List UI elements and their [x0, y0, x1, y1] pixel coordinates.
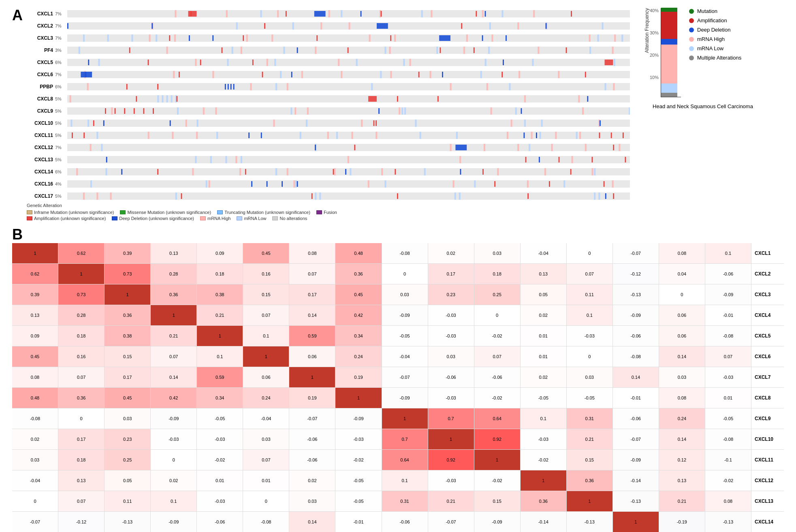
legend-item: Truncating Mutation (unknown significanc… — [217, 210, 310, 215]
legend-dot — [689, 56, 694, 60]
svg-rect-55 — [316, 35, 318, 41]
svg-rect-65 — [389, 47, 391, 54]
svg-rect-47 — [156, 34, 157, 42]
svg-rect-255 — [192, 168, 194, 175]
corr-cell: 1 — [289, 367, 335, 387]
corr-cell: -0.08 — [12, 408, 58, 429]
svg-rect-164 — [177, 107, 179, 115]
svg-rect-162 — [290, 107, 292, 115]
corr-cell: -0.06 — [428, 367, 474, 387]
chart-legend-item: mRNA Low — [689, 45, 741, 51]
chart-legend-item: Mutation — [689, 8, 741, 14]
corr-cell: 0.45 — [12, 346, 58, 367]
corr-cell: -0.05 — [521, 388, 566, 408]
svg-rect-268 — [121, 169, 122, 175]
legend-label: Amplification — [697, 17, 727, 24]
svg-rect-0 — [175, 10, 176, 17]
corr-cell: 0.14 — [659, 346, 705, 367]
chart-legend: MutationAmplificationDeep DeletionmRNA H… — [689, 8, 741, 61]
svg-rect-149 — [176, 96, 177, 102]
corr-cell: 0.1 — [521, 408, 566, 429]
corr-cell: 0.1 — [243, 326, 289, 346]
legend-dot — [689, 18, 694, 23]
corr-cell: -0.05 — [335, 470, 381, 491]
svg-rect-11 — [502, 10, 503, 17]
corr-cell: -0.06 — [613, 408, 659, 429]
corr-cell: 0 — [474, 305, 520, 325]
svg-rect-110 — [280, 71, 282, 78]
gene-row: CXCL85% — [27, 93, 630, 105]
svg-rect-201 — [579, 132, 581, 139]
svg-rect-207 — [336, 132, 338, 139]
gene-name: CXCL2 — [27, 23, 55, 29]
corr-cell: 0.01 — [243, 470, 289, 491]
svg-rect-17 — [361, 11, 362, 17]
corr-cell: -0.02 — [521, 450, 566, 470]
gene-track — [67, 192, 630, 200]
corr-cell: 0.13 — [58, 470, 104, 491]
corr-cell: -0.09 — [382, 305, 428, 325]
corr-cell: -0.04 — [243, 408, 289, 429]
svg-rect-229 — [354, 145, 355, 150]
svg-rect-231 — [315, 145, 316, 150]
corr-cell: 0.02 — [428, 243, 474, 263]
svg-rect-77 — [222, 47, 223, 53]
svg-rect-30 — [602, 22, 604, 30]
corr-cell: -0.13 — [705, 512, 751, 532]
svg-rect-39 — [589, 34, 591, 42]
svg-rect-156 — [582, 107, 584, 115]
svg-rect-43 — [271, 34, 273, 42]
svg-rect-133 — [157, 84, 158, 90]
corr-cell: 0.36 — [105, 305, 150, 325]
svg-rect-299 — [312, 193, 313, 199]
corr-cell: 0.17 — [105, 367, 150, 387]
svg-rect-130 — [604, 83, 606, 90]
svg-rect-177 — [511, 120, 512, 127]
svg-rect-260 — [275, 168, 277, 175]
corr-cell: 0.1 — [705, 243, 751, 263]
bar-segment — [661, 45, 677, 83]
corr-cell: -0.02 — [474, 326, 520, 346]
svg-rect-31 — [461, 23, 462, 29]
svg-rect-129 — [275, 83, 277, 90]
corr-cell: -0.06 — [289, 450, 335, 470]
svg-rect-252 — [544, 168, 546, 175]
svg-rect-107 — [519, 71, 520, 78]
corr-cell: -0.13 — [613, 284, 659, 305]
corr-cell: 0.03 — [567, 367, 612, 387]
svg-rect-276 — [90, 180, 92, 188]
svg-rect-57 — [506, 35, 507, 41]
corr-cell: 0.18 — [474, 264, 520, 284]
legend-item: Missense Mutation (unknown significance) — [120, 210, 211, 215]
corr-cell: 0.16 — [243, 264, 289, 284]
svg-rect-269 — [345, 169, 346, 175]
svg-rect-98 — [88, 60, 89, 65]
gene-pct: 4% — [55, 182, 67, 186]
svg-rect-179 — [70, 120, 72, 127]
svg-rect-192 — [507, 132, 508, 139]
svg-rect-95 — [148, 60, 149, 65]
svg-rect-273 — [612, 180, 614, 188]
legend-label: Deep Deletion (unknown significance) — [119, 216, 194, 221]
svg-rect-288 — [297, 181, 298, 187]
corr-cell: 1 — [12, 243, 58, 263]
svg-rect-93 — [403, 59, 405, 66]
corr-cell: 0.07 — [243, 305, 289, 325]
svg-rect-191 — [600, 120, 601, 126]
svg-rect-220 — [619, 144, 620, 151]
gene-name: CXCL13 — [27, 157, 55, 162]
gene-row: CXCL146% — [27, 166, 630, 177]
svg-rect-151 — [368, 96, 377, 102]
corr-cell: 0.15 — [105, 346, 150, 367]
svg-rect-302 — [397, 193, 398, 199]
corr-cell: 0 — [567, 243, 612, 263]
corr-cell: -0.03 — [428, 470, 474, 491]
legend-swatch — [200, 216, 206, 220]
legend-label: Inframe Mutation (unknown significance) — [34, 210, 114, 215]
corr-cell: -0.04 — [382, 346, 428, 367]
svg-rect-172 — [378, 108, 380, 114]
corr-cell: 0.17 — [289, 284, 335, 305]
corr-cell: 0.73 — [58, 284, 104, 305]
svg-rect-278 — [474, 180, 476, 188]
svg-rect-24 — [349, 22, 350, 30]
